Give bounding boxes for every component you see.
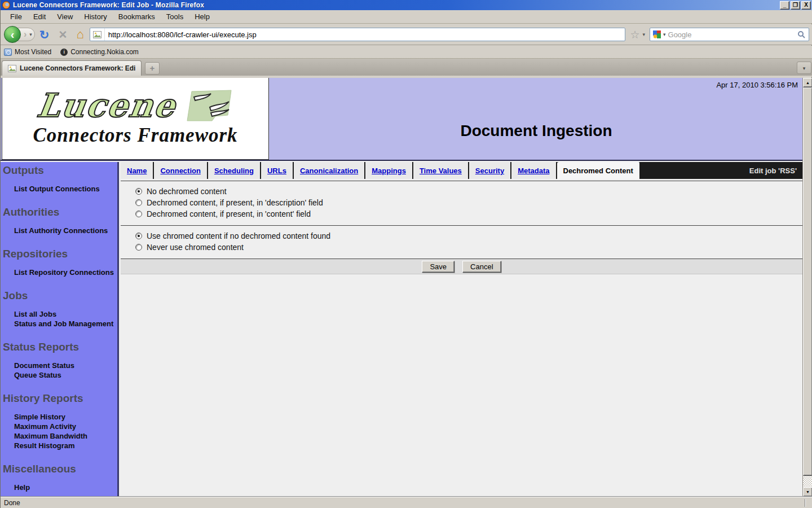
menu-bar: File Edit View History Bookmarks Tools H…: [1, 10, 812, 24]
tab-security[interactable]: Security: [469, 162, 511, 179]
new-tab-button[interactable]: +: [145, 62, 160, 75]
search-input[interactable]: Google: [668, 30, 797, 39]
sidebar-link-result-histogram[interactable]: Result Histogram: [14, 441, 117, 450]
scroll-down-icon[interactable]: ▼: [803, 487, 812, 497]
sidebar-link-status-and-job-management[interactable]: Status and Job Management: [14, 319, 117, 329]
status-bar: Done: [1, 497, 812, 508]
sidebar-link-list-output-connections[interactable]: List Output Connections: [14, 185, 117, 194]
bookmark-connecting-nokia[interactable]: i Connecting.Nokia.com: [60, 48, 139, 56]
job-tab-bar: Name Connection Scheduling URLs Canonica…: [121, 162, 802, 179]
vertical-scrollbar[interactable]: ▲ ▼: [802, 78, 812, 497]
home-icon[interactable]: ⌂: [76, 28, 83, 41]
radio-dechromed-description-field[interactable]: [135, 199, 142, 206]
radio-label: Dechromed content, if present, in 'conte…: [147, 209, 311, 218]
menu-view[interactable]: View: [52, 11, 78, 23]
browser-tab-active[interactable]: Lucene Connectors Framework: Edit ...: [2, 60, 142, 76]
google-logo-icon[interactable]: [652, 30, 661, 39]
tab-dechromed-content[interactable]: Dechromed Content: [557, 162, 641, 179]
list-all-tabs-button[interactable]: ▾: [797, 62, 811, 74]
tab-label[interactable]: Mappings: [372, 167, 406, 175]
radio-use-chromed-if-none[interactable]: [135, 233, 142, 239]
form-button-row: Save Cancel: [121, 259, 802, 274]
tab-label[interactable]: Canonicalization: [300, 167, 358, 175]
tab-label[interactable]: Dechromed Content: [563, 167, 633, 175]
status-separator: [805, 499, 806, 507]
stop-icon[interactable]: ✕: [58, 29, 67, 40]
history-dropdown-icon[interactable]: ▾: [29, 32, 32, 37]
forward-button[interactable]: ›: [24, 30, 27, 39]
logo-wordmark: Lucene: [35, 89, 178, 122]
tab-mappings[interactable]: Mappings: [365, 162, 413, 179]
sidebar-link-maximum-bandwidth[interactable]: Maximum Bandwidth: [14, 432, 117, 441]
sidebar-link-list-repository-connections[interactable]: List Repository Connections: [14, 268, 117, 277]
tab-canonicalization[interactable]: Canonicalization: [294, 162, 365, 179]
browser-window: Lucene Connectors Framework: Edit Job - …: [0, 0, 812, 508]
scrollbar-thumb[interactable]: [803, 87, 812, 476]
sidebar-link-list-authority-connections[interactable]: List Authority Connections: [14, 226, 117, 235]
main-content: Name Connection Scheduling URLs Canonica…: [121, 162, 802, 497]
cancel-button[interactable]: Cancel: [462, 261, 501, 273]
logo-document-icon: [182, 88, 233, 123]
sidebar-link-maximum-activity[interactable]: Maximum Activity: [14, 422, 117, 431]
tab-label[interactable]: Metadata: [518, 167, 549, 175]
url-bar[interactable]: http://localhost:8080/lcf-crawler-ui/exe…: [90, 28, 626, 41]
menu-help[interactable]: Help: [189, 11, 215, 23]
tab-label[interactable]: Time Values: [420, 167, 462, 175]
radio-no-dechromed-content[interactable]: [135, 188, 142, 195]
tab-label[interactable]: URLs: [267, 167, 286, 175]
navigation-toolbar: ‹ › ▾ ↻ ✕ ⌂ http://localhost:8080/lcf-cr…: [1, 24, 812, 45]
scroll-up-icon[interactable]: ▲: [803, 78, 812, 87]
sidebar-link-queue-status[interactable]: Queue Status: [14, 371, 117, 380]
radio-row: Never use chromed content: [135, 242, 802, 253]
close-button[interactable]: X: [801, 1, 811, 10]
sidebar-link-document-status[interactable]: Document Status: [14, 361, 117, 370]
status-text: Done: [4, 499, 20, 507]
save-button[interactable]: Save: [422, 261, 454, 273]
sidebar-section-outputs: Outputs List Output Connections: [1, 163, 117, 194]
reload-icon[interactable]: ↻: [39, 29, 50, 41]
tab-label[interactable]: Security: [475, 167, 504, 175]
menu-file[interactable]: File: [5, 11, 27, 23]
sidebar: Outputs List Output Connections Authorit…: [1, 162, 119, 497]
search-icon[interactable]: [797, 30, 806, 39]
search-box[interactable]: ▾ Google: [650, 28, 809, 41]
dechromed-mode-group: No dechromed content Dechromed content, …: [121, 181, 802, 225]
menu-bookmarks[interactable]: Bookmarks: [113, 11, 160, 23]
radio-dechromed-content-field[interactable]: [135, 211, 142, 217]
sidebar-heading: Authorities: [1, 205, 117, 218]
sidebar-heading: History Reports: [1, 391, 117, 405]
lucene-logo: Lucene Connectors Framework: [2, 78, 269, 160]
sidebar-link-simple-history[interactable]: Simple History: [14, 413, 117, 422]
sidebar-heading: Status Reports: [1, 340, 117, 353]
tab-scheduling[interactable]: Scheduling: [208, 162, 261, 179]
restore-button[interactable]: ❐: [791, 1, 800, 10]
tab-metadata[interactable]: Metadata: [511, 162, 557, 179]
tab-label[interactable]: Scheduling: [214, 167, 254, 175]
search-engine-dropdown-icon[interactable]: ▾: [663, 32, 666, 37]
bookmark-most-visited[interactable]: Most Visited: [4, 48, 51, 56]
sidebar-link-help[interactable]: Help: [14, 483, 117, 492]
window-title: Lucene Connectors Framework: Edit Job - …: [13, 1, 780, 9]
bookmark-dropdown-icon[interactable]: ▾: [642, 32, 645, 37]
menu-edit[interactable]: Edit: [28, 11, 51, 23]
url-input[interactable]: http://localhost:8080/lcf-crawler-ui/exe…: [105, 30, 625, 39]
tab-name[interactable]: Name: [121, 162, 154, 179]
menu-history[interactable]: History: [79, 11, 112, 23]
tab-label[interactable]: Name: [127, 167, 147, 175]
tab-label[interactable]: Connection: [160, 167, 201, 175]
radio-row: Dechromed content, if present, in 'conte…: [135, 208, 802, 220]
sidebar-link-list-all-jobs[interactable]: List all Jobs: [14, 310, 117, 319]
sidebar-section-jobs: Jobs List all Jobs Status and Job Manage…: [1, 288, 117, 329]
tab-time-values[interactable]: Time Values: [413, 162, 469, 179]
bookmark-label: Most Visited: [15, 48, 51, 56]
tab-connection[interactable]: Connection: [154, 162, 208, 179]
smart-folder-icon: [4, 49, 12, 56]
tab-urls[interactable]: URLs: [261, 162, 294, 179]
radio-never-use-chromed[interactable]: [135, 244, 142, 251]
menu-tools[interactable]: Tools: [161, 11, 188, 23]
minimize-button[interactable]: _: [780, 1, 789, 10]
back-button[interactable]: ‹: [4, 26, 21, 43]
dechromed-content-form: No dechromed content Dechromed content, …: [121, 181, 802, 274]
bookmark-star-icon[interactable]: ☆: [630, 29, 639, 40]
sidebar-heading: Jobs: [1, 288, 117, 302]
